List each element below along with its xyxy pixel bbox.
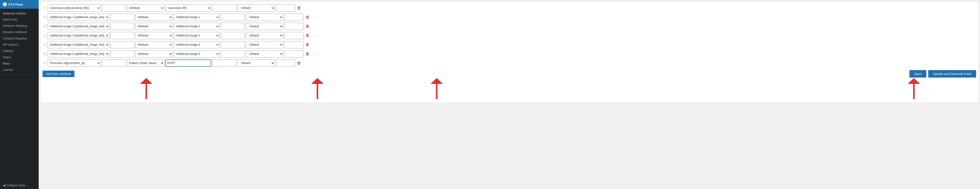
attribute-name-select[interactable]: Additional Image 3 [additional_image_lin… [48,32,109,39]
table-row: ≡ Promotion Id[promotion_id] Pattern (St… [43,59,976,67]
feed-table: ≡ Canonical Link[canonical_link] Attribu… [41,2,978,102]
drag-handle[interactable]: ≡ [43,15,47,19]
text-after-input[interactable] [221,23,245,30]
sidebar-logo-text: CTX Feed [8,3,23,6]
text-after-input[interactable] [221,32,245,39]
sidebar-item-docs[interactable]: Docs [0,60,39,67]
drag-handle[interactable]: ≡ [43,61,47,65]
type-select[interactable]: Pattern (Static Value) [127,59,164,67]
drag-handle[interactable]: ≡ [43,6,47,10]
delete-row-button[interactable]: 🗑 [305,15,310,19]
type-select[interactable]: Attribute [135,41,173,48]
arrows-area [43,79,976,100]
value-select[interactable]: Additional Image 3 [174,32,220,39]
text-before-input[interactable] [110,23,134,30]
suffix-input[interactable] [276,59,295,67]
sidebar-item-status[interactable]: Status [0,54,39,60]
type-select[interactable]: Attribute [127,4,164,12]
attribute-name-select[interactable]: Canonical Link[canonical_link] [48,4,101,12]
suffix-input[interactable] [284,50,304,57]
suffix-input[interactable] [284,14,304,21]
suffix-input[interactable] [284,41,304,48]
attribute-name-select[interactable]: Additional Image 4 [additional_image_lin… [48,41,109,48]
value-select[interactable]: Additional Image 2 [174,23,220,30]
attribute-name-select[interactable]: Additional Image 2 [additional_image_lin… [48,23,109,30]
ctx-logo-icon: ✦ [3,2,7,6]
type-select[interactable]: Attribute [135,32,173,39]
attribute-name-select[interactable]: Promotion Id[promotion_id] [48,59,101,67]
text-before-input[interactable] [110,50,134,57]
drag-handle[interactable]: ≡ [43,43,47,47]
text-before-input[interactable] [110,32,134,39]
main-content: ≡ Canonical Link[canonical_link] Attribu… [39,0,980,189]
prefix-select[interactable]: : Default [246,14,283,21]
value-select[interactable]: Additional Image 1 [174,14,220,21]
value-select[interactable]: Canonical URL [165,4,211,12]
suffix-input[interactable] [276,4,295,12]
text-after-input[interactable] [221,50,245,57]
prefix-select[interactable]: : Default [246,50,283,57]
prefix-select[interactable]: : Default [246,41,283,48]
static-value-input[interactable] [165,59,211,67]
attribute-name-select[interactable]: Additional Image 1 [additional_image_lin… [48,14,109,21]
sidebar-item-dynamic-attributes[interactable]: Dynamic Attributes [0,29,39,35]
delete-row-button[interactable]: 🗑 [296,6,302,10]
action-buttons-group: Save Update and Generate Feed [909,70,976,78]
delete-row-button[interactable]: 🗑 [305,24,310,29]
type-select[interactable]: Attribute [135,50,173,57]
value-select[interactable]: Additional Image 5 [174,50,220,57]
prefix-select[interactable]: : Default [237,4,275,12]
suffix-input[interactable] [284,32,304,39]
sidebar-item-license[interactable]: License [0,67,39,73]
text-after-input[interactable] [212,59,236,67]
sidebar-item-attributes-mapping[interactable]: Attributes Mapping [0,23,39,29]
content-area: ≡ Canonical Link[canonical_link] Attribu… [41,2,978,102]
delete-row-button[interactable]: 🗑 [305,52,310,56]
sidebar-group-manage: Manage Feeds [0,11,39,16]
drag-handle[interactable]: ≡ [43,33,47,38]
table-row: ≡ Additional Image 1 [additional_image_l… [43,13,976,21]
sidebar-item-settings[interactable]: Settings [0,48,39,54]
attribute-name-select[interactable]: Additional Image 5 [additional_image_lin… [48,50,109,57]
sidebar: ✦ CTX Feed Manage Feeds Make Feed Attrib… [0,0,39,189]
text-after-input[interactable] [212,4,236,12]
drag-handle[interactable]: ≡ [43,24,47,29]
text-before-input[interactable] [110,14,134,21]
text-before-input[interactable] [110,41,134,48]
arrows-svg [43,79,976,100]
sidebar-nav: Manage Feeds Make Feed Attributes Mappin… [0,9,39,75]
delete-row-button[interactable]: 🗑 [305,43,310,47]
text-before-input[interactable] [102,4,126,12]
text-before-input[interactable] [102,59,126,67]
sidebar-item-make-feed[interactable]: Make Feed [0,16,39,23]
sidebar-item-category-mapping[interactable]: Category Mapping [0,35,39,41]
text-after-input[interactable] [221,41,245,48]
save-button[interactable]: Save [909,70,926,78]
drag-handle[interactable]: ≡ [43,52,47,56]
sidebar-logo[interactable]: ✦ CTX Feed [0,0,39,9]
feed-actions: Add New Attribute Save Update and Genera… [43,69,976,79]
update-generate-button[interactable]: Update and Generate Feed [928,70,976,78]
delete-row-button[interactable]: 🗑 [296,61,302,65]
add-attribute-button[interactable]: Add New Attribute [43,71,75,77]
text-after-input[interactable] [221,14,245,21]
table-row: ≡ Canonical Link[canonical_link] Attribu… [43,4,976,12]
collapse-icon: ◀ [3,184,5,187]
feed-rows-container: ≡ Canonical Link[canonical_link] Attribu… [43,4,976,67]
collapse-label: Collapse menu [6,184,25,187]
sidebar-collapse[interactable]: ◀ Collapse menu [0,182,39,189]
prefix-select[interactable]: : Default [246,23,283,30]
prefix-select[interactable]: : Default [237,59,275,67]
sidebar-item-wp-options[interactable]: WP Options [0,41,39,48]
prefix-select[interactable]: : Default [246,32,283,39]
type-select[interactable]: Attribute [135,14,173,21]
table-row: ≡ Additional Image 4 [additional_image_l… [43,41,976,49]
suffix-input[interactable] [284,23,304,30]
table-row: ≡ Additional Image 3 [additional_image_l… [43,32,976,40]
type-select[interactable]: Attribute [135,23,173,30]
table-row: ≡ Additional Image 2 [additional_image_l… [43,22,976,30]
value-select[interactable]: Additional Image 4 [174,41,220,48]
delete-row-button[interactable]: 🗑 [305,33,310,38]
table-row: ≡ Additional Image 5 [additional_image_l… [43,50,976,58]
